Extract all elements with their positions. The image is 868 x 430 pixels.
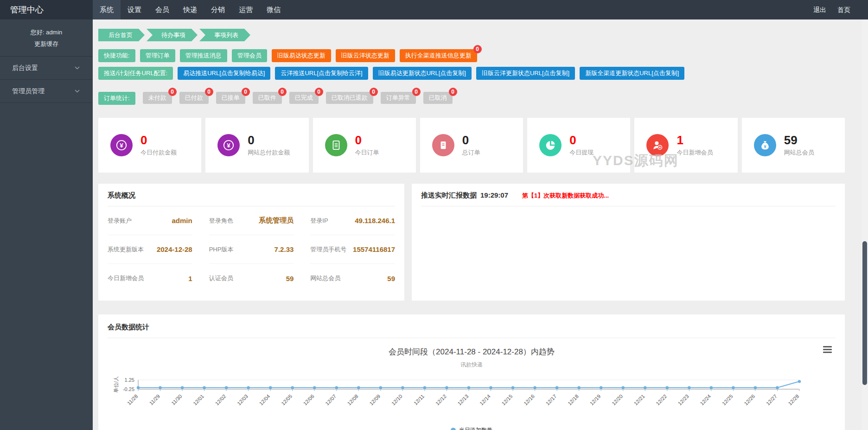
- svg-text:12/04: 12/04: [258, 393, 271, 406]
- admin-dashboard: 管理中心 系统 设置 会员 快递 分销 运营 微信 退出 首页 您好: admi…: [0, 0, 868, 430]
- svg-text:11/29: 11/29: [148, 393, 161, 406]
- info-php-version: PHP版本 7.2.33: [209, 235, 294, 264]
- info-verified-members: 认证会员 59: [209, 264, 294, 293]
- svg-text:12/19: 12/19: [589, 393, 602, 406]
- manage-orders-button[interactable]: 管理订单: [140, 49, 175, 62]
- panels-row: 系统概况 登录账户 admin 登录角色 系统管理员 登录IP 49.118.2…: [98, 184, 845, 301]
- old-yida-status-update-button[interactable]: 旧版易达状态更新: [272, 49, 331, 62]
- stat-cancelled-refunded[interactable]: 已取消已退款 0: [326, 92, 373, 104]
- sidebar-item-admin-management[interactable]: 管理员管理: [0, 80, 93, 103]
- info-value: 59: [387, 275, 395, 282]
- stat-cancelled[interactable]: 已取消 0: [423, 92, 453, 104]
- push-report-header: 推送实时汇报数据 19:29:07 第【1】次获取新数据获取成功...: [421, 191, 836, 200]
- vertical-scrollbar[interactable]: [862, 19, 868, 430]
- breadcrumb-home[interactable]: 后台首页: [98, 29, 145, 41]
- nav-item-distribution[interactable]: 分销: [204, 0, 232, 19]
- svg-text:12/03: 12/03: [236, 393, 249, 406]
- logout-link[interactable]: 退出: [808, 0, 832, 19]
- chart-subtitle: 讯款快递: [108, 361, 836, 369]
- system-info-grid: 登录账户 admin 登录角色 系统管理员 登录IP 49.118.246.1 …: [108, 206, 395, 293]
- user-plus-icon: [646, 134, 669, 156]
- svg-text:¥: ¥: [764, 144, 766, 149]
- nav-item-express[interactable]: 快递: [176, 0, 204, 19]
- card-label: 今日提现: [569, 148, 594, 157]
- stat-paid[interactable]: 已付款 0: [179, 92, 209, 104]
- run-allchannel-push-update-button[interactable]: 执行全渠道推送信息更新 0: [400, 49, 477, 62]
- manage-members-button[interactable]: 管理会员: [232, 49, 267, 62]
- main-content: 后台首页 待办事项 事项列表 快捷功能: 管理订单 管理推送消息 管理会员 旧版…: [93, 19, 868, 430]
- info-total-members: 网站总会员 59: [310, 264, 395, 293]
- info-system-version: 系统更新版本 2024-12-28: [108, 235, 192, 264]
- report-time: 19:29:07: [480, 191, 508, 199]
- svg-text:12/12: 12/12: [434, 393, 447, 406]
- stat-completed[interactable]: 已完成 0: [289, 92, 319, 104]
- stat-accepted[interactable]: 已接单 0: [216, 92, 245, 104]
- info-label: 认证会员: [209, 274, 233, 282]
- nav-item-system[interactable]: 系统: [93, 0, 121, 19]
- legend-label: 当日添加数量: [459, 426, 492, 430]
- top-navbar: 管理中心 系统 设置 会员 快递 分销 运营 微信 退出 首页: [0, 0, 868, 19]
- manage-push-messages-button[interactable]: 管理推送消息: [180, 49, 227, 62]
- button-label: 执行全渠道推送信息更新: [405, 51, 472, 60]
- stat-label: 已付款: [185, 94, 203, 102]
- stat-label: 已取件: [258, 94, 276, 102]
- legend-dot-icon: [451, 428, 456, 430]
- divider: [421, 206, 836, 206]
- old-yunyang-status-url-button[interactable]: 旧版云洋更新状态URL[点击复制]: [476, 67, 575, 80]
- card-total-orders: 0 总订单: [420, 118, 523, 173]
- svg-text:12/28: 12/28: [787, 393, 800, 406]
- breadcrumb-items[interactable]: 事项列表: [199, 29, 250, 41]
- svg-text:1.25: 1.25: [125, 377, 134, 383]
- breadcrumb-todo[interactable]: 待办事项: [147, 29, 198, 41]
- info-value: 系统管理员: [259, 216, 294, 225]
- brand-title: 管理中心: [0, 0, 93, 19]
- nav-item-wechat[interactable]: 微信: [260, 0, 287, 19]
- scrollbar-thumb[interactable]: [862, 241, 867, 385]
- info-value: 2024-12-28: [157, 245, 192, 253]
- svg-text:12/10: 12/10: [390, 393, 403, 406]
- info-login-account: 登录账户 admin: [108, 206, 192, 235]
- info-login-role: 登录角色 系统管理员: [209, 206, 294, 235]
- info-new-members-today: 今日新增会员 1: [108, 264, 192, 293]
- nav-menu: 系统 设置 会员 快递 分销 运营 微信: [93, 0, 287, 19]
- quick-functions-label: 快捷功能:: [98, 49, 135, 62]
- card-label: 今日付款金额: [140, 148, 177, 157]
- yunyang-push-url-button[interactable]: 云洋推送URL[点击复制给云洋]: [275, 67, 368, 80]
- svg-text:12/08: 12/08: [346, 393, 359, 406]
- document-icon: [325, 134, 347, 156]
- info-label: 网站总会员: [310, 274, 340, 282]
- svg-text:12/06: 12/06: [302, 393, 315, 406]
- card-label: 网站总付款金额: [248, 148, 290, 157]
- svg-text:12/14: 12/14: [479, 393, 491, 406]
- stat-unpaid[interactable]: 未付款 0: [143, 92, 172, 104]
- quick-functions-row: 快捷功能: 管理订单 管理推送消息 管理会员 旧版易达状态更新 旧版云洋状态更新…: [98, 49, 845, 62]
- svg-text:单位/人: 单位/人: [113, 376, 119, 393]
- chart-legend-item[interactable]: 当日添加数量: [108, 426, 836, 430]
- count-badge: 0: [370, 88, 378, 96]
- yida-push-url-button[interactable]: 易达推送URL[点击复制给易达]: [178, 67, 270, 80]
- chart-toolbox-menu-icon[interactable]: [823, 346, 832, 354]
- old-yida-status-url-button[interactable]: 旧版易达更新状态URL[点击复制]: [373, 67, 472, 80]
- sidebar-item-backend-settings[interactable]: 后台设置: [0, 57, 93, 80]
- nav-item-settings[interactable]: 设置: [121, 0, 148, 19]
- panel-title: 系统概况: [108, 191, 395, 200]
- old-yunyang-status-update-button[interactable]: 旧版云洋状态更新: [336, 49, 395, 62]
- stat-abnormal[interactable]: 订单异常 0: [381, 92, 416, 104]
- count-badge: 0: [449, 88, 457, 96]
- info-label: 今日新增会员: [108, 274, 144, 282]
- count-badge: 0: [473, 45, 482, 53]
- card-value: 0: [140, 134, 177, 148]
- nav-item-operation[interactable]: 运营: [232, 0, 260, 19]
- refresh-cache-link[interactable]: 更新缓存: [0, 39, 93, 50]
- home-link[interactable]: 首页: [832, 0, 856, 19]
- stat-picked-up[interactable]: 已取件 0: [253, 92, 282, 104]
- card-label: 网站总会员: [784, 148, 814, 157]
- money-bag-icon: ¥: [754, 134, 776, 156]
- card-today-payment: ¥ 0 今日付款金额: [98, 118, 201, 173]
- svg-text:12/27: 12/27: [765, 393, 778, 406]
- nav-item-members[interactable]: 会员: [148, 0, 176, 19]
- new-allchannel-status-url-button[interactable]: 新版全渠道更新状态URL[点击复制]: [580, 67, 684, 80]
- card-total-payment: ¥ 0 网站总付款金额: [205, 118, 308, 173]
- stat-label: 已完成: [295, 94, 313, 102]
- chevron-down-icon: [75, 90, 80, 93]
